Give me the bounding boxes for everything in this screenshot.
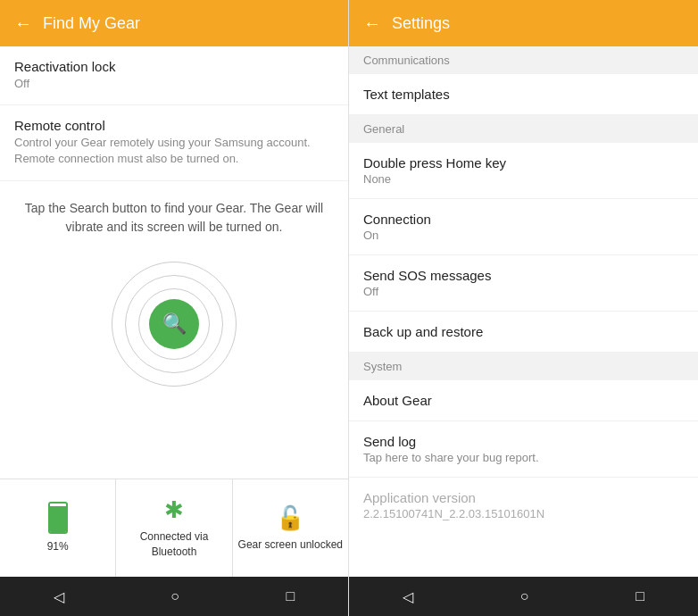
- remote-control-title: Remote control: [14, 118, 334, 133]
- right-nav-recents[interactable]: □: [636, 588, 644, 604]
- right-header: ← Settings: [349, 0, 698, 46]
- connection-title: Connection: [363, 212, 684, 227]
- reactivation-title: Reactivation lock: [14, 59, 334, 74]
- sos-messages-row[interactable]: Send SOS messages Off: [349, 255, 698, 312]
- right-panel: ← Settings Communications Text templates…: [349, 0, 698, 616]
- send-log-sub: Tap here to share your bug report.: [363, 451, 684, 464]
- right-header-title: Settings: [392, 14, 450, 33]
- backup-restore-row[interactable]: Back up and restore: [349, 312, 698, 353]
- bluetooth-icon: ✱: [164, 496, 184, 524]
- left-header: ← Find My Gear: [0, 0, 348, 46]
- radar-container: 🔍: [112, 262, 237, 387]
- about-gear-row[interactable]: About Gear: [349, 380, 698, 421]
- left-back-icon[interactable]: ←: [14, 13, 32, 34]
- settings-content: Communications Text templates General Do…: [349, 46, 698, 577]
- bluetooth-status: ✱ Connected via Bluetooth: [116, 479, 232, 577]
- search-area: Tap the Search button to find your Gear.…: [0, 181, 348, 404]
- connection-row[interactable]: Connection On: [349, 199, 698, 255]
- left-header-title: Find My Gear: [43, 14, 140, 33]
- left-panel: ← Find My Gear Reactivation lock Off Rem…: [0, 0, 349, 616]
- left-content: Reactivation lock Off Remote control Con…: [0, 46, 348, 479]
- unlock-status: 🔓 Gear screen unlocked: [233, 479, 348, 577]
- left-nav-home[interactable]: ○: [170, 588, 179, 604]
- reactivation-sub: Off: [14, 76, 334, 92]
- sos-messages-sub: Off: [363, 285, 684, 298]
- remote-control-row[interactable]: Remote control Control your Gear remotel…: [0, 105, 348, 180]
- send-log-title: Send log: [363, 434, 684, 449]
- text-templates-title: Text templates: [363, 87, 684, 102]
- left-nav-bar: ◁ ○ □: [0, 577, 348, 616]
- backup-restore-title: Back up and restore: [363, 324, 684, 339]
- left-nav-back[interactable]: ◁: [54, 588, 64, 605]
- battery-percent: 91%: [47, 539, 69, 554]
- battery-status: 91%: [0, 479, 116, 577]
- reactivation-row[interactable]: Reactivation lock Off: [0, 46, 348, 105]
- bluetooth-label: Connected via Bluetooth: [116, 529, 231, 560]
- battery-icon: [48, 502, 68, 534]
- double-press-row[interactable]: Double press Home key None: [349, 143, 698, 199]
- sos-messages-title: Send SOS messages: [363, 268, 684, 283]
- right-nav-bar: ◁ ○ □: [349, 577, 698, 616]
- section-system: System: [349, 353, 698, 380]
- right-back-icon[interactable]: ←: [363, 13, 381, 34]
- app-version-row: Application version 2.2.15100741N_2.2.03…: [349, 478, 698, 533]
- search-description: Tap the Search button to find your Gear.…: [18, 199, 330, 237]
- status-bar: 91% ✱ Connected via Bluetooth 🔓 Gear scr…: [0, 479, 348, 577]
- search-icon: 🔍: [162, 312, 187, 336]
- double-press-sub: None: [363, 172, 684, 186]
- left-nav-recents[interactable]: □: [287, 588, 295, 604]
- remote-control-sub: Control your Gear remotely using your Sa…: [14, 135, 334, 167]
- app-version-sub: 2.2.15100741N_2.2.03.15101601N: [363, 507, 684, 520]
- section-communications: Communications: [349, 46, 698, 74]
- about-gear-title: About Gear: [363, 393, 684, 408]
- unlock-label: Gear screen unlocked: [238, 537, 343, 553]
- section-general: General: [349, 115, 698, 143]
- right-nav-back[interactable]: ◁: [403, 588, 413, 605]
- unlock-icon: 🔓: [276, 504, 304, 532]
- right-nav-home[interactable]: ○: [520, 588, 529, 604]
- connection-sub: On: [363, 229, 684, 242]
- double-press-title: Double press Home key: [363, 155, 684, 171]
- battery-fill: [50, 506, 66, 532]
- app-version-title: Application version: [363, 490, 684, 505]
- search-button[interactable]: 🔍: [149, 299, 199, 349]
- send-log-row[interactable]: Send log Tap here to share your bug repo…: [349, 421, 698, 478]
- text-templates-row[interactable]: Text templates: [349, 74, 698, 115]
